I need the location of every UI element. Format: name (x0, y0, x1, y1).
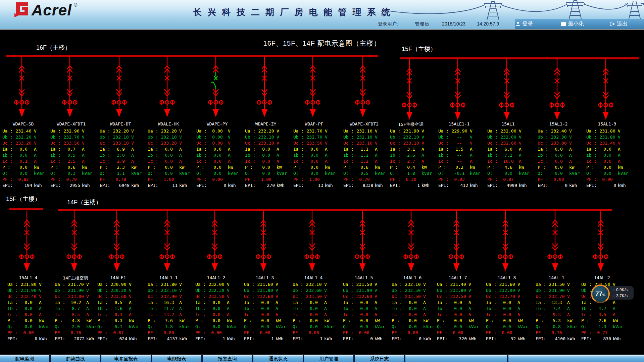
measurement-unit: A (275, 306, 286, 312)
feeder-symbol-14AL1-8[interactable] (497, 211, 514, 272)
measurement-label: Uc : (97, 294, 109, 300)
feeder-symbol-14AL-2[interactable] (592, 211, 609, 272)
measurement-unit: V (421, 140, 432, 146)
measurement-row-ia: Ia :0.0A (538, 146, 579, 152)
nav-energy-report[interactable]: 电能报表 (152, 355, 201, 362)
feeder-symbol-15AL1[interactable] (498, 59, 515, 120)
measurement-unit: V (275, 281, 286, 288)
measurement-unit: kVar (128, 324, 139, 330)
measurement-row-ia: Ia :0.0A (2, 146, 44, 152)
feeder-symbol-14AL1-4[interactable] (304, 211, 320, 272)
feeder-symbol-15AL1-3[interactable] (597, 59, 614, 120)
measurement-label: EPI: (195, 336, 207, 342)
measurement-row-q: Q:0.0kVar (196, 170, 238, 176)
login-button[interactable]: 登录 (515, 19, 533, 29)
measurement-label: Ia : (2, 146, 14, 152)
measurement-unit: V (568, 134, 579, 140)
feeder-symbol-WDAPE-SB[interactable] (13, 57, 30, 118)
measurement-value: 0.0 (207, 324, 226, 330)
measurement-label: Uc : (536, 294, 547, 300)
nav-alarm-query[interactable]: 报警查询 (203, 355, 252, 362)
measurement-row-pf: PF :0.00 (244, 330, 286, 336)
feeder-symbol-WDALE-HK[interactable] (159, 57, 176, 118)
measurement-row-ib: Ib :0.0A (245, 152, 287, 158)
feeder-symbol-14AL1-1[interactable] (159, 211, 176, 272)
measurement-value: 232.40 (19, 294, 38, 300)
measurement-value: 0.0 (304, 300, 324, 306)
measurement-label: Q: (148, 170, 159, 176)
measurement-value: 2.6 (401, 152, 421, 158)
measurement-value: 232.20 (256, 128, 276, 134)
feeder-symbol-15F主楼空调[interactable] (401, 59, 418, 120)
feeder-symbol-14ALE1[interactable] (108, 211, 125, 272)
measurement-label: Ic : (2, 158, 14, 164)
feeder-symbol-WDAPE-XFDT1[interactable] (61, 57, 78, 118)
minimize-button[interactable]: 最小化 (561, 19, 584, 29)
feeder-symbol-15AL1-2[interactable] (549, 59, 565, 120)
feeder-symbol-14AL1-2[interactable] (206, 211, 223, 272)
measurement-label: EPI: (487, 183, 499, 189)
feeder-symbol-14AL1-6[interactable] (403, 211, 419, 272)
measurement-value: 1.5 (450, 146, 469, 152)
measurement-value: 232.50 (448, 294, 468, 300)
measurement-label: Ic : (538, 158, 549, 164)
measurement-value: 830 (593, 336, 612, 342)
measurement-row-ic: Ic :2.7A (390, 158, 432, 164)
measurement-value: 0.0 (208, 158, 227, 164)
nav-comm-status[interactable]: 通讯状态 (253, 355, 303, 362)
feeder-symbol-14AL1-5[interactable] (354, 211, 371, 272)
feeder-name: WDAPE-ZY (245, 121, 287, 126)
measurement-row-ub: Ub :231.90V (7, 288, 49, 294)
measurement-row-uc: Uc :232.70V (536, 294, 577, 300)
measurement-row-ub: Ub :232.10V (245, 134, 287, 140)
measurement-label: EPI: (293, 183, 305, 189)
measurement-unit: A (423, 306, 433, 312)
feeder-name: WDAP-PF (293, 121, 335, 126)
measurement-unit (374, 330, 385, 336)
measurement-value: 231.90 (547, 288, 566, 294)
measurement-row-ua: Ua :231.80V (586, 128, 628, 134)
feeder-symbol-WDAPE-XFDT2[interactable] (354, 57, 371, 118)
measurement-label: PF : (148, 176, 159, 183)
measurement-row-ia: Ia :0.0A (148, 146, 189, 152)
measurement-value: 231.90 (354, 288, 374, 294)
measurement-value: 0.0 (14, 152, 33, 158)
feeder-name: WDAPE-XFDT1 (50, 121, 92, 126)
feeder-symbol-WDAP-PF[interactable] (304, 57, 321, 118)
measurement-label: Q: (244, 324, 255, 330)
measurement-value: 232.10 (159, 288, 179, 294)
measurement-row-pf: PF :0.00 (538, 176, 579, 183)
nav-distribution-monitor[interactable]: 配电监测 (0, 355, 49, 362)
measurement-row-ua: Ua :232.20V (245, 128, 287, 134)
feeder-symbol-14AL-1[interactable] (547, 211, 563, 272)
measurement-row-ia: Ia :0.0A (196, 146, 238, 152)
measurement-label: Ub : (7, 288, 19, 294)
feeder-symbol-WDAPE-PY[interactable] (207, 57, 224, 118)
nav-system-log[interactable]: 系统日志 (355, 355, 404, 362)
measurement-row-ua: Ua :232.10V (392, 281, 433, 288)
feeder-symbol-14AL1-7[interactable] (448, 211, 465, 272)
exit-button[interactable]: 退出 (609, 19, 628, 29)
measurement-unit: A (324, 300, 334, 306)
measurement-row-pf: PF :0.00 (196, 176, 238, 183)
nav-user-management[interactable]: 用户管理 (304, 355, 353, 362)
feeder-symbol-15AL1-4[interactable] (18, 211, 35, 272)
measurement-label: P : (100, 164, 111, 170)
measurement-unit: A (179, 312, 189, 318)
measurement-unit: A (227, 158, 238, 164)
feeder-symbol-WDAPE-DT[interactable] (111, 57, 128, 118)
measurement-row-uc: Uc :233.50V (293, 140, 335, 146)
nav-parameter-report[interactable]: 电参量报表 (101, 355, 151, 362)
feeder-symbol-14F主楼空调[interactable] (66, 211, 83, 272)
feeder-symbol-15ALE1-1[interactable] (449, 59, 466, 120)
measurement-row-ia: Ia :0.0A (486, 300, 528, 306)
measurement-row-uc: Uc :233.00V (55, 294, 96, 300)
measurement-label: EPI: (7, 336, 19, 342)
feeder-symbol-WDAPE-ZY[interactable] (256, 57, 273, 118)
measurement-value: -- (450, 152, 469, 158)
nav-trend-curve[interactable]: 趋势曲线 (51, 355, 100, 362)
download-progress-badge[interactable]: 77 % (591, 285, 610, 303)
feeder-symbol-14AL1-3[interactable] (255, 211, 272, 272)
user-icon (515, 21, 521, 27)
measurement-label: PF : (100, 176, 111, 183)
